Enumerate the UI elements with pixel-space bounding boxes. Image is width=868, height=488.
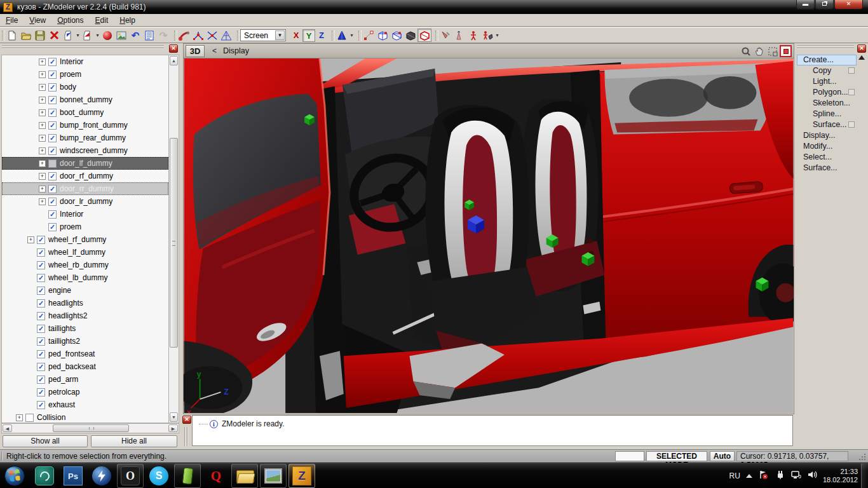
tree-item-proem[interactable]: +✓proem [2,68,168,81]
clock[interactable]: 21:33 18.02.2012 [823,468,858,484]
taskbar-app-skype[interactable]: S [146,464,172,488]
visibility-checkbox[interactable]: ✓ [37,312,45,320]
command-modify[interactable]: Modify... [797,141,857,152]
expand-toggle-icon[interactable]: + [39,84,46,91]
import-dropdown-icon[interactable]: ▾ [75,32,81,38]
tree-item-door_lr_dummy[interactable]: +✓door_lr_dummy [2,195,168,208]
script-editor-button[interactable] [142,29,156,42]
tree-horizontal-scrollbar[interactable]: ◀ ▶ [1,423,179,433]
visibility-checkbox[interactable]: ✓ [37,350,45,358]
gizmo-cone-icon[interactable] [335,29,349,42]
export-dropdown-icon[interactable]: ▾ [95,32,100,38]
redo-button[interactable]: ↷ [156,29,170,42]
taskbar-app-daemon-tools[interactable] [88,464,115,488]
scroll-up-icon[interactable]: ▲ [170,56,178,65]
tree-item-headlights[interactable]: +✓headlights [2,297,168,309]
vertices-level-icon[interactable] [362,29,376,42]
zoom-icon[interactable] [740,45,752,57]
tree-item-body[interactable]: +✓body [2,81,168,93]
expand-toggle-icon[interactable]: + [39,173,46,180]
visibility-checkbox[interactable]: ✓ [37,337,45,346]
commands-scroll-up-icon[interactable] [858,55,865,60]
restore-button[interactable] [815,0,834,10]
tree-item-boot_dummy[interactable]: +✓boot_dummy [2,106,168,119]
tree-item-door_rr_dummy[interactable]: +✓door_rr_dummy [2,182,168,195]
volume-icon[interactable] [807,470,817,482]
expand-toggle-icon[interactable]: + [39,135,46,142]
visibility-checkbox[interactable]: ✓ [48,223,57,231]
tree-item-ped_arm[interactable]: +✓ped_arm [2,373,168,386]
visibility-checkbox[interactable] [25,414,34,422]
triangulate-icon[interactable] [219,29,233,42]
coordinate-space-select[interactable]: Screen ▼ [240,29,286,41]
visibility-checkbox[interactable]: ✓ [37,274,45,282]
expand-toggle-icon[interactable]: + [16,414,23,421]
import-button[interactable] [61,29,75,42]
close-button[interactable]: ✕ [834,0,863,10]
tree-item-taillights2[interactable]: +✓taillights2 [2,335,168,348]
command-display[interactable]: Display... [797,130,857,141]
detach-icon[interactable] [205,29,219,42]
visibility-checkbox[interactable]: ✓ [48,134,57,142]
export-button[interactable] [81,29,95,42]
tree-item-Collision[interactable]: +Collision [2,411,168,423]
show-all-button[interactable]: Show all [3,435,88,447]
scrollbar-thumb[interactable] [170,138,178,348]
visibility-checkbox[interactable]: ✓ [48,185,57,193]
panel-drag-grip[interactable] [2,45,164,50]
tree-item-ped_backseat[interactable]: +✓ped_backseat [2,360,168,373]
taskbar-app-image-viewer[interactable] [260,464,287,488]
action-center-icon[interactable] [758,470,769,482]
network-icon[interactable] [790,470,801,482]
visibility-checkbox[interactable]: ✓ [48,198,57,206]
viewport-view-label[interactable]: Display [223,46,249,55]
expand-toggle-icon[interactable]: + [39,186,46,193]
menu-help[interactable]: Help [114,15,141,26]
edges-level-icon[interactable] [376,29,390,42]
command-option-box[interactable] [848,89,855,95]
start-button[interactable] [4,465,25,487]
axis-z-toggle[interactable]: Z [315,29,328,42]
texture-browser-button[interactable] [114,29,128,42]
tree-item-wheel_rb_dummy[interactable]: +✓wheel_rb_dummy [2,259,168,271]
viewport-mode-button[interactable]: 3D [186,45,205,57]
mesh-level-icon[interactable] [403,29,417,42]
expand-toggle-icon[interactable]: + [39,160,46,167]
visibility-checkbox[interactable]: ✓ [37,287,45,295]
tree-item-ped_frontseat[interactable]: +✓ped_frontseat [2,348,168,360]
taskbar-app-photoshop[interactable]: Ps [60,464,86,488]
tree-item-headlights2[interactable]: +✓headlights2 [2,309,168,322]
tree-item-door_lf_dummy[interactable]: +door_lf_dummy [2,157,168,170]
dropdown-arrow-icon[interactable]: ▼ [275,30,285,40]
selected-mode-indicator[interactable]: SELECTED MODE [646,451,707,461]
expand-toggle-icon[interactable]: + [39,58,46,65]
visibility-checkbox[interactable]: ✓ [37,388,45,396]
bone-select-icon[interactable] [438,29,452,42]
tree-vertical-scrollbar[interactable]: ▲ ▼ [168,55,179,423]
menu-edit[interactable]: Edit [90,15,114,26]
tree-item-wheel_rf_dummy[interactable]: +✓wheel_rf_dummy [2,233,168,246]
tray-expand-icon[interactable] [746,474,752,478]
skin-figure-icon[interactable] [480,29,494,42]
visibility-checkbox[interactable]: ✓ [48,210,57,219]
visibility-checkbox[interactable]: ✓ [48,172,57,180]
axis-y-toggle[interactable]: Y [302,29,315,42]
tree-item-petrolcap[interactable]: +✓petrolcap [2,386,168,398]
command-option-box[interactable] [848,67,855,74]
taskbar-app-explorer[interactable] [231,464,258,488]
tree-item-Interior[interactable]: +✓Interior [2,208,168,220]
visibility-checkbox[interactable]: ✓ [48,58,57,66]
undo-button[interactable]: ↶ [128,29,142,42]
power-plug-icon[interactable] [775,470,785,482]
visibility-checkbox[interactable]: ✓ [37,376,45,384]
maximize-viewport-icon[interactable] [780,45,792,57]
visibility-checkbox[interactable]: ✓ [37,401,45,409]
command-surface[interactable]: Surface... [797,163,857,173]
menu-options[interactable]: Options [51,15,89,26]
tree-item-wheel_lf_dummy[interactable]: +✓wheel_lf_dummy [2,246,168,259]
resize-grip[interactable] [858,453,866,461]
taskbar-app-qip-q[interactable]: Q [203,464,229,488]
expand-toggle-icon[interactable]: + [39,71,46,78]
material-editor-button[interactable] [100,29,114,42]
viewport-3d-canvas[interactable]: y Z x [183,58,794,414]
